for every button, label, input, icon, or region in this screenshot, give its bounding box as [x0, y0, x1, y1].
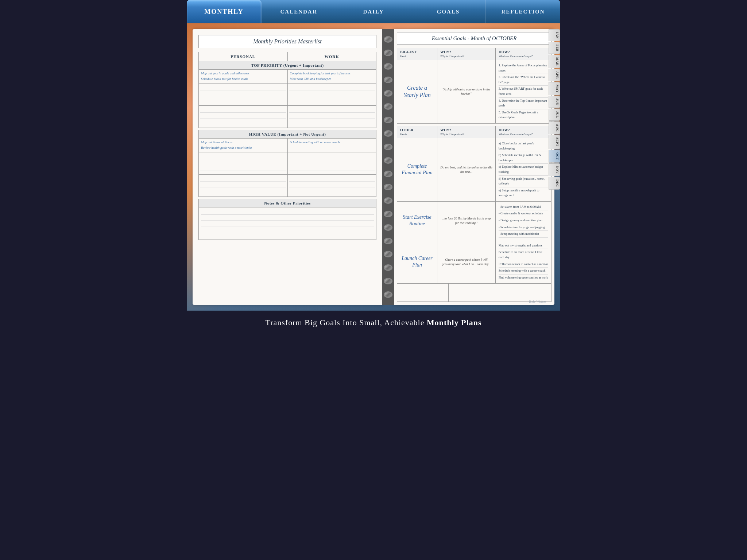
bottom-text-bold: Monthly Plans — [427, 318, 482, 327]
month-tab-apr[interactable]: APR — [549, 69, 560, 81]
col-header-personal: PERSONAL — [199, 52, 288, 61]
nav-item-goals[interactable]: GOALS — [411, 0, 486, 23]
month-tabs: JANFEBMARAPRMAYJUNJULAUGSEPTOCTNOVDEC — [549, 29, 560, 190]
nav-item-calendar[interactable]: CALENDAR — [262, 0, 336, 23]
financial-goal-how: a) Close books on last year's bookkeepin… — [496, 138, 551, 201]
nav-item-daily[interactable]: DAILY — [336, 0, 411, 23]
month-tab-feb[interactable]: FEB — [549, 42, 560, 54]
nav-item-monthly[interactable]: MONTHLY — [187, 0, 262, 23]
col-header-work: WORK — [288, 52, 376, 61]
tp-personal-1: Map out yearly goals and milestones — [201, 71, 285, 76]
nav-bar: MONTHLYCALENDARDAILYGOALSREFLECTION — [187, 0, 560, 23]
month-tab-dec[interactable]: DEC — [549, 177, 560, 190]
other-goal-sublabel: Goals — [400, 133, 407, 136]
biggest-how-label: HOW? — [499, 50, 510, 54]
tp-work-2: Meet with CPA and bookkeeper — [290, 77, 374, 81]
bottom-text: Transform Big Goals Into Small, Achievab… — [187, 311, 560, 335]
right-page-title: Essential Goals - Month of OCTOBER — [397, 32, 551, 45]
month-tab-jun[interactable]: JUN — [549, 96, 560, 108]
tp-work-1: Complete bookkeeping for last year's fin… — [290, 71, 374, 76]
month-tab-jul[interactable]: JUL — [549, 109, 560, 121]
biggest-why-sublabel: Why is it important? — [440, 55, 464, 58]
high-value-header: HIGH VALUE (Important + Not Urgent) — [198, 130, 376, 139]
month-tab-sept[interactable]: SEPT — [549, 135, 560, 149]
watermark: Tools4Wisdom — [529, 300, 546, 303]
exercise-goal-how: - Set alarm from 7AM to 6:30AM - Create … — [496, 202, 551, 240]
other-how-sublabel: What are the essential steps? — [499, 133, 533, 136]
other-why-sublabel: Why is it important? — [440, 133, 464, 136]
month-tab-mar[interactable]: MAR — [549, 55, 560, 68]
page-title: Monthly Priorities Masterlist — [198, 35, 376, 48]
notebook-area: Monthly Priorities Masterlist PERSONAL W… — [187, 23, 560, 311]
bottom-text-normal: Transform Big Goals Into Small, Achievab… — [266, 318, 427, 327]
how-item-1: 1. Explore the Areas of Focus planning p… — [499, 62, 548, 74]
nav-item-reflection[interactable]: REFLECTION — [486, 0, 560, 23]
how-item-4: 4. Determine the Top-3 most important go… — [499, 98, 548, 109]
exercise-goal-why: ...to lose 20 lbs. by March 1st in prep … — [437, 202, 496, 240]
month-tab-nov[interactable]: NOV — [549, 163, 560, 176]
month-tab-aug[interactable]: AUG — [549, 121, 560, 135]
how-item-2: 2. Check out the "Where do I want to be"… — [499, 74, 548, 86]
career-goal-name: Launch Career Plan — [397, 240, 437, 284]
month-tab-oct[interactable]: OCT — [549, 150, 560, 163]
tp-personal-2: Schedule blood test for health vitals — [201, 77, 285, 81]
biggest-why-label: WHY? — [440, 50, 451, 54]
how-item-3: 3. Write out SMART goals for each focus … — [499, 86, 548, 97]
biggest-goal-name: Create a Yearly Plan — [397, 60, 437, 123]
hv-work-1: Schedule meeting with a career coach — [290, 140, 374, 145]
other-goal-label: OTHER — [400, 128, 413, 132]
career-goal-why: Chart a career path where I will genuine… — [437, 240, 496, 284]
financial-goal-name: Complete Financial Plan — [397, 138, 437, 201]
biggest-how-sublabel: What are the essential steps? — [499, 55, 533, 58]
biggest-goal-how: 1. Explore the Areas of Focus planning p… — [496, 60, 551, 123]
spiral-binding — [382, 29, 394, 305]
right-page: Essential Goals - Month of OCTOBER BIGGE… — [394, 29, 554, 305]
biggest-goal-why: "A ship without a course stays in the ha… — [437, 60, 496, 123]
how-item-5: 5. Use 3x Goals Pages to craft a detaile… — [499, 109, 548, 121]
notes-header: Notes & Other Priorities — [198, 199, 376, 207]
career-goal-how: Map out my strengths and passions Schedu… — [496, 240, 551, 284]
other-why-label: WHY? — [440, 128, 451, 132]
financial-goal-why: Do my best, and let the universe handle … — [437, 138, 496, 201]
month-tab-may[interactable]: MAY — [549, 82, 560, 95]
biggest-goal-sublabel: Goal — [400, 55, 406, 58]
exercise-goal-name: Start Exercise Routine — [397, 202, 437, 240]
biggest-goal-label: BIGGEST — [400, 50, 417, 54]
left-page: Monthly Priorities Masterlist PERSONAL W… — [193, 29, 382, 305]
hv-personal-1: Map out Areas of Focus — [201, 140, 285, 145]
month-tab-jan[interactable]: JAN — [549, 29, 560, 41]
other-how-label: HOW? — [499, 128, 510, 132]
top-priority-header: TOP PRIORITY (Urgent + Important) — [198, 61, 376, 70]
hv-personal-2: Review health goals with a nutritionist — [201, 145, 285, 150]
